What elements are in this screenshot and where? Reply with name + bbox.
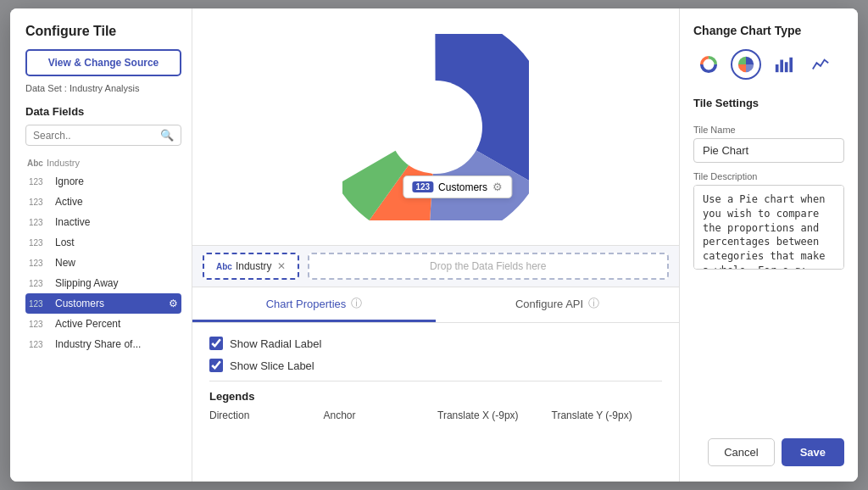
tabs-row: Chart Properties ⓘ Configure API ⓘ (192, 287, 679, 323)
show-radial-label: Show Radial Label (230, 337, 321, 350)
right-panel: Change Chart Type (680, 8, 858, 482)
svg-rect-8 (776, 64, 779, 72)
tooltip-text: Customers (438, 181, 487, 193)
modal-backdrop: Configure Tile View & Change Source Data… (0, 0, 868, 490)
tab-chart-properties-label: Chart Properties (266, 298, 347, 310)
field-type-badge: 123 (29, 279, 51, 288)
chart-properties-content: Show Radial Label Show Slice Label Legen… (192, 323, 679, 482)
legend-col-direction: Direction (209, 409, 320, 421)
search-box: 🔍 (25, 125, 181, 146)
field-item-customers[interactable]: 123 Customers ⚙ (25, 293, 181, 314)
show-radial-label-row: Show Radial Label (209, 337, 662, 350)
bar-icon (774, 55, 793, 74)
change-chart-type-title: Change Chart Type (693, 24, 844, 37)
save-button[interactable]: Save (782, 438, 844, 466)
line-chart-button[interactable] (805, 49, 836, 80)
fields-list: Abc Industry 123 Ignore 123 Active 123 I… (25, 154, 181, 471)
field-item-active[interactable]: 123 Active (25, 192, 181, 212)
search-input[interactable] (33, 130, 160, 142)
cancel-button[interactable]: Cancel (708, 438, 774, 466)
field-name: Slipping Away (55, 277, 178, 289)
field-item-inactive[interactable]: 123 Inactive (25, 212, 181, 232)
svg-rect-9 (780, 60, 783, 73)
remove-drop-zone-icon[interactable]: ✕ (277, 260, 286, 272)
field-type-badge: 123 (29, 238, 51, 248)
tab-configure-api-label: Configure API (515, 298, 583, 310)
legends-title: Legends (209, 390, 662, 403)
field-name: Active (55, 196, 178, 208)
field-name: Lost (55, 237, 178, 248)
tooltip-badge: 123 (412, 181, 433, 192)
field-type-badge: 123 (29, 218, 51, 227)
field-name: Ignore (55, 175, 178, 187)
svg-rect-11 (789, 58, 793, 72)
tile-desc-label: Tile Description (693, 171, 844, 181)
configure-api-help-icon[interactable]: ⓘ (588, 296, 599, 311)
field-type-badge: 123 (29, 259, 51, 268)
drop-zones-row: Abc Industry ✕ Drop the Data Fields here (192, 246, 679, 287)
legend-col-translate-y: Translate Y (-9px) (552, 409, 663, 421)
chart-properties-help-icon[interactable]: ⓘ (351, 296, 362, 311)
pie-center-hole (389, 81, 482, 174)
chart-preview-area: 123 Customers ⚙ (192, 8, 679, 246)
search-icon[interactable]: 🔍 (160, 129, 174, 142)
field-type-abc: Abc (27, 159, 43, 168)
field-name: Active Percent (55, 318, 178, 330)
drop-zone-tag: Abc Industry ✕ (216, 260, 286, 272)
legend-col-translate-x: Translate X (-9px) (437, 409, 548, 421)
view-source-button[interactable]: View & Change Source (25, 49, 181, 76)
legends-columns: Direction Anchor Translate X (-9px) Tran… (209, 409, 662, 421)
pie-chart-button[interactable] (731, 49, 761, 80)
drop-zone-filled[interactable]: Abc Industry ✕ (203, 253, 299, 280)
tooltip-gear-icon[interactable]: ⚙ (492, 181, 503, 193)
tile-name-label: Tile Name (693, 125, 844, 135)
line-icon (811, 55, 830, 74)
bar-chart-button[interactable] (768, 49, 798, 80)
field-group-industry: Abc Industry (25, 154, 181, 171)
field-item-lost[interactable]: 123 Lost (25, 232, 181, 253)
svg-point-7 (704, 60, 712, 68)
field-type-badge: 123 (29, 320, 51, 329)
field-name: New (55, 257, 178, 269)
drop-zone-type: Abc (216, 262, 232, 271)
field-item-new[interactable]: 123 New (25, 253, 181, 273)
data-fields-title: Data Fields (25, 105, 181, 118)
drop-zone-empty[interactable]: Drop the Data Fields here (308, 253, 669, 280)
chart-type-icons (693, 49, 844, 80)
chart-tooltip: 123 Customers ⚙ (403, 175, 512, 198)
divider (209, 381, 662, 381)
field-item-industry-share[interactable]: 123 Industry Share of... (25, 334, 181, 354)
field-type-badge: 123 (29, 177, 51, 187)
tab-chart-properties[interactable]: Chart Properties ⓘ (192, 287, 436, 322)
show-slice-label-row: Show Slice Label (209, 359, 662, 372)
tab-configure-api[interactable]: Configure API ⓘ (436, 287, 679, 322)
svg-rect-10 (785, 62, 788, 72)
configure-tile-modal: Configure Tile View & Change Source Data… (10, 8, 858, 482)
tile-settings-title: Tile Settings (693, 97, 844, 109)
field-name: Inactive (55, 216, 178, 228)
right-footer: Cancel Save (693, 428, 844, 466)
show-slice-label: Show Slice Label (230, 359, 314, 372)
drop-zone-empty-text: Drop the Data Fields here (430, 260, 546, 272)
field-group-name: Industry (47, 158, 80, 168)
left-panel: Configure Tile View & Change Source Data… (10, 8, 192, 482)
tile-name-input[interactable] (693, 138, 844, 163)
donut-chart-button[interactable] (693, 49, 724, 80)
field-name: Customers (55, 298, 164, 309)
field-name: Industry Share of... (55, 338, 178, 350)
drop-zone-text: Industry (236, 260, 272, 272)
donut-icon (699, 55, 718, 74)
field-item-active-percent[interactable]: 123 Active Percent (25, 314, 181, 334)
gear-icon[interactable]: ⚙ (169, 298, 178, 309)
field-type-badge: 123 (29, 299, 51, 309)
show-radial-label-checkbox[interactable] (209, 337, 223, 350)
field-type-badge: 123 (29, 340, 51, 349)
field-item-slipping-away[interactable]: 123 Slipping Away (25, 273, 181, 293)
field-type-badge: 123 (29, 198, 51, 207)
modal-title: Configure Tile (25, 24, 181, 39)
legend-col-anchor: Anchor (324, 409, 435, 421)
dataset-label: Data Set : Industry Analysis (25, 83, 181, 93)
show-slice-label-checkbox[interactable] (209, 359, 223, 372)
field-item-ignore[interactable]: 123 Ignore (25, 171, 181, 192)
tile-desc-textarea[interactable]: Use a Pie chart when you wish to compare… (693, 185, 844, 270)
